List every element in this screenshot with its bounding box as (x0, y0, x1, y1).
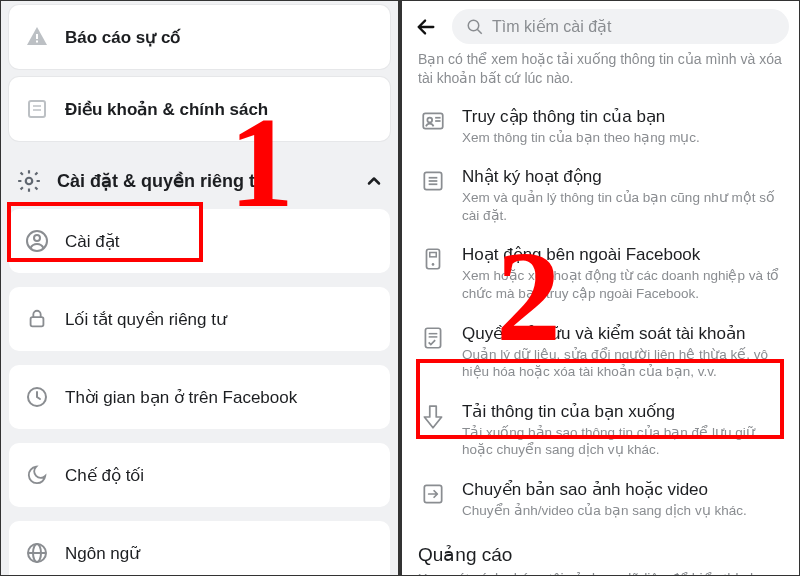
svg-point-7 (34, 235, 40, 241)
clock-icon (23, 383, 51, 411)
row-sub: Xem thông tin của bạn theo hạng mục. (462, 129, 783, 147)
right-pane-settings: Tìm kiếm cài đặt Bạn có thể xem hoặc tải… (402, 1, 799, 575)
row-title: Nhật ký hoạt động (462, 166, 783, 187)
row-access-info[interactable]: Truy cập thông tin của bạn Xem thông tin… (402, 96, 799, 157)
menu-label: Chế độ tối (65, 465, 144, 486)
row-title: Quyền sở hữu và kiểm soát tài khoản (462, 323, 783, 344)
section-ads: Quảng cáo (402, 529, 799, 568)
book-icon (23, 95, 51, 123)
menu-item-time[interactable]: Thời gian bạn ở trên Facebook (9, 365, 390, 429)
moon-icon (23, 461, 51, 489)
row-title: Chuyển bản sao ảnh hoặc video (462, 479, 783, 500)
menu-item-terms[interactable]: Điều khoản & chính sách (9, 77, 390, 141)
svg-line-14 (477, 29, 482, 34)
row-title: Tải thông tin của bạn xuống (462, 401, 783, 422)
menu-item-privacy-shortcuts[interactable]: Lối tắt quyền riêng tư (9, 287, 390, 351)
section-label: Cài đặt & quyền riêng tư (57, 170, 266, 192)
row-title: Truy cập thông tin của bạn (462, 106, 783, 127)
document-check-icon (418, 323, 448, 381)
row-sub: Xem hoặc xóa hoạt động từ các doanh nghi… (462, 267, 783, 302)
transfer-icon (418, 479, 448, 520)
svg-rect-26 (425, 328, 440, 348)
search-icon (466, 18, 484, 36)
topbar: Tìm kiếm cài đặt (402, 1, 799, 50)
left-pane-menu: Báo cáo sự cố Điều khoản & chính sách Cà… (1, 1, 398, 575)
menu-label: Cài đặt (65, 231, 119, 252)
menu-item-settings[interactable]: Cài đặt (9, 209, 390, 273)
row-download-info[interactable]: Tải thông tin của bạn xuống Tải xuống bả… (402, 391, 799, 469)
row-sub: Xem và quản lý thông tin của bạn cũng nh… (462, 189, 783, 224)
menu-item-report[interactable]: Báo cáo sự cố (9, 5, 390, 69)
row-activity-log[interactable]: Nhật ký hoạt động Xem và quản lý thông t… (402, 156, 799, 234)
svg-rect-0 (36, 34, 38, 39)
list-icon (418, 166, 448, 224)
gear-icon (15, 167, 43, 195)
row-off-fb[interactable]: Hoạt động bên ngoài Facebook Xem hoặc xó… (402, 234, 799, 312)
svg-rect-1 (36, 41, 38, 43)
svg-point-16 (427, 117, 432, 122)
chevron-up-icon (364, 171, 384, 191)
menu-label: Lối tắt quyền riêng tư (65, 309, 227, 330)
search-placeholder: Tìm kiếm cài đặt (492, 17, 612, 36)
svg-point-25 (432, 264, 435, 267)
svg-point-13 (468, 20, 479, 31)
svg-rect-24 (430, 253, 437, 257)
svg-rect-8 (31, 317, 44, 326)
warning-icon (23, 23, 51, 51)
lock-icon (23, 305, 51, 333)
download-icon (418, 401, 448, 459)
svg-rect-2 (29, 101, 45, 117)
intro-text: Bạn có thể xem hoặc tải xuống thông tin … (402, 50, 799, 96)
menu-item-dark-mode[interactable]: Chế độ tối (9, 443, 390, 507)
row-title: Hoạt động bên ngoài Facebook (462, 244, 783, 265)
svg-point-5 (26, 178, 33, 185)
app-icon (418, 244, 448, 302)
row-transfer[interactable]: Chuyển bản sao ảnh hoặc video Chuyển ảnh… (402, 469, 799, 530)
ads-sub: Xem xét cách chúng tôi sử dụng dữ liệu đ… (402, 568, 799, 575)
id-card-icon (418, 106, 448, 147)
row-sub: Chuyển ảnh/video của bạn sang dịch vụ kh… (462, 502, 783, 520)
row-sub: Tải xuống bản sao thông tin của bạn để l… (462, 424, 783, 459)
row-sub: Quản lý dữ liệu, sửa đổi người liên hệ t… (462, 346, 783, 381)
row-ownership[interactable]: Quyền sở hữu và kiểm soát tài khoản Quản… (402, 313, 799, 391)
menu-label: Ngôn ngữ (65, 543, 140, 564)
menu-item-language[interactable]: Ngôn ngữ (9, 521, 390, 575)
globe-icon (23, 539, 51, 567)
menu-label: Thời gian bạn ở trên Facebook (65, 387, 297, 408)
section-settings-privacy[interactable]: Cài đặt & quyền riêng tư (1, 149, 398, 209)
menu-label: Điều khoản & chính sách (65, 99, 268, 120)
search-input[interactable]: Tìm kiếm cài đặt (452, 9, 789, 44)
section-body: Cài đặt Lối tắt quyền riêng tư Thời gian… (1, 209, 398, 575)
user-circle-icon (23, 227, 51, 255)
back-button[interactable] (412, 13, 440, 41)
menu-label: Báo cáo sự cố (65, 27, 181, 48)
